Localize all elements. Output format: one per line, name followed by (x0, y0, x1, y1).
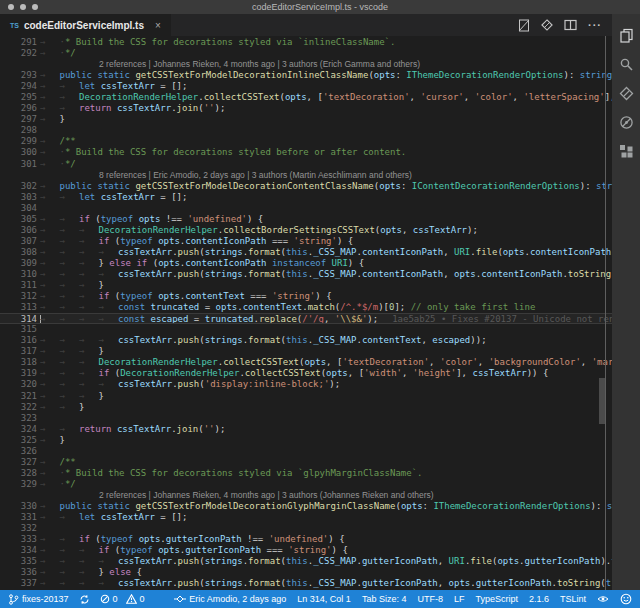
line-number[interactable]: 306 (0, 225, 40, 236)
code-line[interactable]: 326 (0, 446, 612, 457)
eol-item[interactable]: LF (454, 594, 465, 604)
code-line[interactable]: 337→→→→cssTextArr.push(strings.format(th… (0, 578, 612, 589)
line-number[interactable]: 298 (0, 125, 40, 136)
sync-item[interactable] (79, 594, 90, 605)
line-number[interactable]: 311 (0, 280, 40, 291)
line-number[interactable]: 319 (0, 368, 40, 379)
code-line[interactable]: 333→→if (typeof opts.gutterIconPath !== … (0, 534, 612, 545)
close-window-button[interactable] (8, 4, 14, 10)
line-number[interactable]: 337 (0, 578, 40, 589)
line-number[interactable]: 328 (0, 468, 40, 479)
source-control-icon[interactable] (612, 79, 640, 108)
toggle-blame-icon[interactable] (518, 19, 530, 32)
code-line[interactable]: 310→→→→cssTextArr.push(strings.format(th… (0, 269, 612, 280)
code-line[interactable]: 298 (0, 125, 612, 136)
line-number[interactable]: 333 (0, 534, 40, 545)
line-number[interactable]: 314 (0, 314, 40, 323)
line-number[interactable]: 336 (0, 567, 40, 578)
line-number[interactable]: 332 (0, 523, 40, 534)
code-line[interactable]: 325→} (0, 435, 612, 446)
line-number[interactable]: 315 (0, 324, 40, 335)
code-line[interactable]: 336→→→} else { (0, 567, 612, 578)
line-number[interactable]: 317 (0, 346, 40, 357)
line-number[interactable]: 318 (0, 357, 40, 368)
line-number[interactable]: 316 (0, 335, 40, 346)
tslint-item[interactable]: TSLint (560, 594, 586, 604)
code-line[interactable]: 319→→→if (DecorationRenderHelper.collect… (0, 368, 612, 379)
code-line[interactable]: 327→/** (0, 457, 612, 468)
vertical-scrollbar[interactable] (599, 378, 605, 424)
line-number[interactable]: 292 (0, 48, 40, 59)
code-line[interactable]: 330→public static getCSSTextForModelDeco… (0, 501, 612, 512)
line-number[interactable]: 297 (0, 114, 40, 125)
code-line[interactable]: 316→→→→cssTextArr.push(strings.format(th… (0, 335, 612, 346)
line-number[interactable]: 329 (0, 479, 40, 490)
tab-size-item[interactable]: Tab Size: 4 (362, 594, 407, 604)
code-line[interactable]: 331→→let cssTextArr = []; (0, 512, 612, 523)
line-number[interactable]: 308 (0, 247, 40, 258)
code-line[interactable]: 328→·* Build the CSS for decorations sty… (0, 468, 612, 479)
line-number[interactable]: 320 (0, 379, 40, 390)
gitlens-commit-item[interactable]: Eric Amodio, 2 days ago (174, 594, 286, 604)
line-number[interactable]: 322 (0, 402, 40, 413)
language-mode-item[interactable]: TypeScript (475, 594, 518, 604)
code-line[interactable]: 295→→DecorationRenderHelper.collectCSSTe… (0, 92, 612, 103)
line-number[interactable]: 299 (0, 136, 40, 147)
line-number[interactable]: 295 (0, 92, 40, 103)
code-line[interactable]: 293→public static getCSSTextForModelDeco… (0, 70, 612, 81)
code-line[interactable]: 321→→→} (0, 391, 612, 402)
tab-codeEditorServiceImpl[interactable]: TS codeEditorServiceImpl.ts × (0, 14, 171, 36)
line-number[interactable]: 313 (0, 302, 40, 313)
code-line[interactable]: 305→→if (typeof opts !== 'undefined') { (0, 214, 612, 225)
code-line[interactable]: 324→→return cssTextArr.join(''); (0, 424, 612, 435)
code-line[interactable]: 296→→return cssTextArr.join(''); (0, 103, 612, 114)
line-number[interactable]: 293 (0, 70, 40, 81)
cursor-position-item[interactable]: Ln 314, Col 1 (297, 594, 351, 604)
code-line[interactable]: 312→→→if (typeof opts.contentText === 's… (0, 291, 612, 302)
problems-item[interactable]: 0 0 (100, 594, 145, 604)
line-number[interactable]: 334 (0, 545, 40, 556)
line-number[interactable]: 309 (0, 258, 40, 269)
code-line[interactable]: 297→} (0, 114, 612, 125)
line-number[interactable]: 300 (0, 147, 40, 158)
code-line[interactable]: 309→→→} else if (opts.contentIconPath in… (0, 258, 612, 269)
code-line[interactable]: 300→·* Build the CSS for decorations sty… (0, 147, 612, 158)
codelens-references[interactable]: 2 references | Johannes Rieken, 4 months… (99, 59, 420, 70)
codelens-references[interactable]: 2 references | Johannes Rieken, 4 months… (99, 490, 434, 501)
code-line[interactable]: 304 (0, 203, 612, 214)
extensions-icon[interactable] (612, 137, 640, 166)
code-line[interactable]: 318→→→DecorationRenderHelper.collectCSST… (0, 357, 612, 368)
code-area[interactable]: 291→·* Build the CSS for decorations sty… (0, 36, 612, 590)
line-number[interactable]: 291 (0, 37, 40, 48)
line-number[interactable]: 303 (0, 192, 40, 203)
code-line[interactable]: 301→·*/ (0, 159, 612, 170)
code-line[interactable]: 314→→→→const escaped = truncated.replace… (0, 313, 612, 324)
line-number[interactable]: 325 (0, 435, 40, 446)
tab-close-icon[interactable]: × (155, 20, 161, 31)
code-line[interactable]: 329→·*/ (0, 479, 612, 490)
code-line[interactable]: 332 (0, 523, 612, 534)
code-line[interactable]: 311→→→} (0, 280, 612, 291)
line-number[interactable]: 304 (0, 203, 40, 214)
feedback-smiley-icon[interactable] (620, 593, 632, 605)
split-editor-icon[interactable] (564, 19, 577, 31)
eye-icon[interactable] (597, 594, 609, 604)
code-line[interactable]: 335→→→→cssTextArr.push(strings.format(th… (0, 556, 612, 567)
code-line[interactable]: 303→→let cssTextArr = []; (0, 192, 612, 203)
code-line[interactable]: 315 (0, 324, 612, 335)
code-line[interactable]: 308→→→→cssTextArr.push(strings.format(th… (0, 247, 612, 258)
code-line[interactable]: 334→→→if (typeof opts.gutterIconPath ===… (0, 545, 612, 556)
line-number[interactable]: 335 (0, 556, 40, 567)
codelens-references[interactable]: 8 references | Eric Amodio, 2 days ago |… (99, 170, 412, 181)
line-number[interactable]: 327 (0, 457, 40, 468)
code-line[interactable]: 313→→→→const truncated = opts.contentTex… (0, 302, 612, 313)
debug-icon[interactable] (612, 108, 640, 137)
git-compare-icon[interactable] (541, 19, 553, 31)
line-number[interactable]: 312 (0, 291, 40, 302)
code-line[interactable]: 322→→} (0, 402, 612, 413)
line-number[interactable]: 323 (0, 413, 40, 424)
code-line[interactable]: 302→public static getCSSTextForModelDeco… (0, 181, 612, 192)
line-number[interactable]: 330 (0, 501, 40, 512)
git-branch-item[interactable]: fixes-20137 (8, 594, 69, 605)
code-line[interactable]: 306→→→DecorationRenderHelper.collectBord… (0, 225, 612, 236)
